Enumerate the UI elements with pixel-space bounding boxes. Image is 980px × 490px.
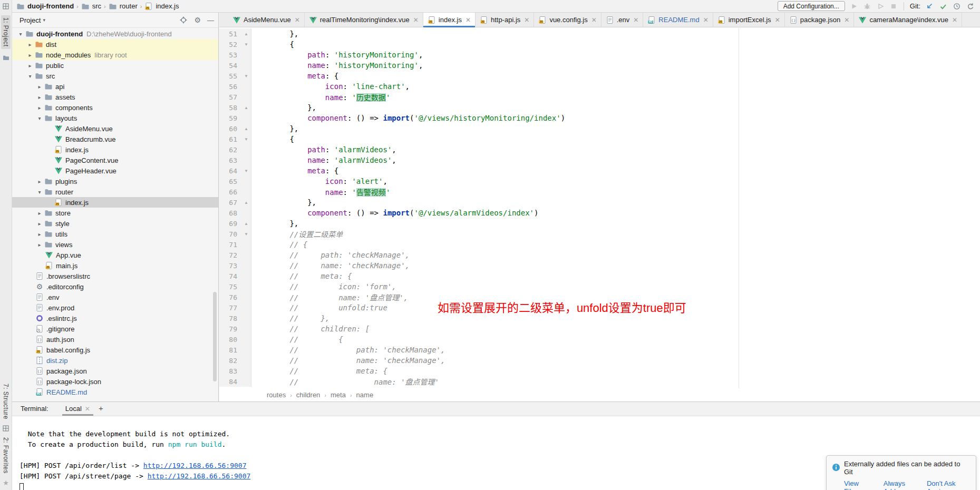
- tree-item-App.vue[interactable]: App.vue: [12, 250, 218, 260]
- close-icon[interactable]: ✕: [703, 16, 709, 24]
- tree-item-public[interactable]: ▸public: [12, 60, 218, 71]
- stripe-structure-button[interactable]: 7: Structure: [2, 384, 9, 419]
- chevron-right-icon[interactable]: ▸: [35, 94, 44, 100]
- tree-item-babel.config.js[interactable]: JSbabel.config.js: [12, 345, 218, 355]
- fold-end-icon[interactable]: ▴: [241, 221, 251, 226]
- tree-item-main.js[interactable]: JSmain.js: [12, 260, 218, 271]
- editor-tab-AsideMenu.vue[interactable]: AsideMenu.vue✕: [228, 13, 305, 27]
- tree-item-index.js[interactable]: JSindex.js: [12, 197, 218, 208]
- gear-icon[interactable]: ⚙: [194, 16, 201, 24]
- chevron-right-icon[interactable]: ▸: [26, 63, 34, 68]
- chevron-right-icon[interactable]: ▸: [35, 84, 44, 90]
- close-icon[interactable]: ✕: [952, 16, 957, 24]
- stripe-project-button[interactable]: 1: Project: [1, 15, 11, 49]
- tree-item-README.md[interactable]: MDREADME.md: [12, 387, 218, 397]
- tree-item-style[interactable]: ▸style: [12, 218, 218, 229]
- tree-item-.editorconfig[interactable]: ⚙.editorconfig: [12, 281, 218, 292]
- chevron-right-icon[interactable]: ▸: [35, 179, 44, 184]
- fold-end-icon[interactable]: ▴: [241, 31, 251, 36]
- terminal-url-link[interactable]: http://192.168.66.56:9007: [143, 462, 247, 469]
- editor-tab-package.json[interactable]: {}package.json✕: [785, 13, 855, 27]
- tree-item-Breadcrumb.vue[interactable]: Breadcrumb.vue: [12, 134, 218, 144]
- tree-item-PageHeader.vue[interactable]: PageHeader.vue: [12, 165, 218, 176]
- chevron-down-icon[interactable]: ▾: [26, 73, 34, 79]
- tree-item-.gitignore[interactable]: .gitignore: [12, 324, 218, 334]
- tree-item-api[interactable]: ▸api: [12, 81, 218, 92]
- tree-item-dist.zip[interactable]: dist.zip: [12, 355, 218, 366]
- fold-open-icon[interactable]: ▾: [241, 136, 251, 142]
- notification-link-don't-ask-again[interactable]: Don't Ask Again: [927, 479, 969, 490]
- locate-file-icon[interactable]: [179, 16, 188, 24]
- chevron-down-icon[interactable]: ▾: [35, 115, 44, 121]
- chevron-right-icon[interactable]: ▸: [35, 231, 44, 237]
- tree-item-utils[interactable]: ▸utils: [12, 229, 218, 239]
- editor-breadcrumb-meta[interactable]: meta: [331, 391, 346, 399]
- editor-tab-importExcel.js[interactable]: JSimportExcel.js✕: [713, 13, 785, 27]
- notification-link-view-files[interactable]: View Files: [844, 479, 872, 490]
- editor-tab-cameraManage\index.vue[interactable]: cameraManage\index.vue✕: [854, 13, 962, 27]
- fold-open-icon[interactable]: ▾: [241, 73, 251, 79]
- tree-item-duoji-frontend[interactable]: ▾duoji-frontendD:\zheheWeb\duoji-fronten…: [12, 28, 218, 39]
- close-icon[interactable]: ✕: [844, 16, 849, 24]
- editor-tab-realTimeMonitoring\index.vue[interactable]: realTimeMonitoring\index.vue✕: [305, 13, 423, 27]
- close-icon[interactable]: ✕: [775, 16, 780, 24]
- editor-breadcrumb-routes[interactable]: routes: [267, 391, 286, 399]
- new-terminal-tab-button[interactable]: +: [95, 404, 109, 416]
- git-revert-icon[interactable]: [966, 2, 975, 11]
- chevron-right-icon[interactable]: ▸: [26, 42, 34, 47]
- stop-icon[interactable]: [889, 2, 898, 11]
- tree-item-.eslintrc.js[interactable]: .eslintrc.js: [12, 313, 218, 324]
- tree-item-AsideMenu.vue[interactable]: AsideMenu.vue: [12, 123, 218, 134]
- project-mini-folder-icon[interactable]: [2, 54, 10, 62]
- tree-item-layouts[interactable]: ▾layouts: [12, 113, 218, 123]
- chevron-right-icon[interactable]: ▸: [35, 221, 44, 227]
- terminal-tab-local[interactable]: Local ✕: [60, 405, 95, 416]
- run-play-icon[interactable]: [850, 2, 858, 11]
- chevron-right-icon[interactable]: ▸: [35, 242, 44, 248]
- close-icon[interactable]: ✕: [413, 16, 419, 24]
- tree-item-PageContent.vue[interactable]: PageContent.vue: [12, 155, 218, 165]
- editor-tab-http-api.js[interactable]: JShttp-api.js✕: [476, 13, 534, 27]
- breadcrumb-item-index.js[interactable]: JSindex.js: [144, 2, 179, 11]
- tree-item-node_modules[interactable]: ▸node_moduleslibrary root: [12, 50, 218, 60]
- editor-tab-.env[interactable]: .env✕: [601, 13, 644, 27]
- editor-tab-vue.config.js[interactable]: JSvue.config.js✕: [534, 13, 601, 27]
- editor-tab-index.js[interactable]: JSindex.js✕: [423, 13, 476, 27]
- fold-end-icon[interactable]: ▴: [241, 126, 251, 131]
- chevron-down-icon[interactable]: ▾: [16, 31, 25, 37]
- editor-breadcrumb-name[interactable]: name: [356, 391, 374, 399]
- debug-bug-icon[interactable]: [863, 2, 871, 11]
- tree-item-views[interactable]: ▸views: [12, 239, 218, 250]
- tree-item-package.json[interactable]: {}package.json: [12, 366, 218, 376]
- notification-link-always-add[interactable]: Always Add: [884, 479, 915, 490]
- tree-scrollbar[interactable]: [213, 292, 217, 381]
- tree-item-dist[interactable]: ▸dist: [12, 39, 218, 50]
- fold-open-icon[interactable]: ▾: [241, 168, 251, 173]
- chevron-right-icon[interactable]: ▸: [35, 210, 44, 216]
- tree-item-src[interactable]: ▾src: [12, 71, 218, 81]
- chevron-right-icon[interactable]: ▸: [35, 105, 44, 111]
- favorites-star-icon[interactable]: ★: [2, 478, 10, 487]
- tree-item-.env.prod[interactable]: .env.prod: [12, 302, 218, 313]
- chevron-right-icon[interactable]: ▸: [26, 52, 34, 58]
- tree-item-store[interactable]: ▸store: [12, 208, 218, 218]
- tree-item-assets[interactable]: ▸assets: [12, 92, 218, 102]
- close-icon[interactable]: ✕: [524, 16, 529, 24]
- tree-item-index.js[interactable]: JSindex.js: [12, 144, 218, 155]
- breadcrumb-item-router[interactable]: router: [109, 2, 138, 11]
- git-history-icon[interactable]: [953, 2, 961, 11]
- project-view-selector[interactable]: Project ▾: [20, 16, 45, 24]
- run-coverage-icon[interactable]: [876, 2, 885, 11]
- close-icon[interactable]: ✕: [295, 16, 300, 24]
- breadcrumb-item-duoji-frontend[interactable]: duoji-frontend: [16, 2, 74, 11]
- close-icon[interactable]: ✕: [591, 16, 597, 24]
- close-icon[interactable]: ✕: [85, 405, 90, 413]
- tree-item-.env[interactable]: .env: [12, 292, 218, 302]
- fold-open-icon[interactable]: ▾: [241, 231, 251, 237]
- editor-breadcrumb-children[interactable]: children: [296, 391, 321, 399]
- hide-panel-icon[interactable]: —: [207, 16, 214, 24]
- breadcrumb-item-src[interactable]: src: [81, 2, 101, 11]
- fold-open-icon[interactable]: ▾: [241, 42, 251, 47]
- terminal-url-link[interactable]: http://192.168.66.56:9007: [148, 472, 251, 480]
- tree-item-router[interactable]: ▾router: [12, 187, 218, 197]
